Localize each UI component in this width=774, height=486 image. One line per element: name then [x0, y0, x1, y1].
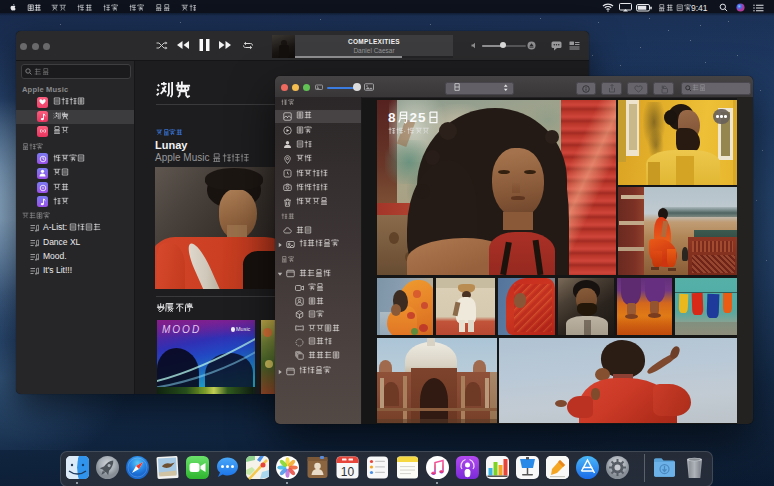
- svg-text:10: 10: [340, 465, 354, 479]
